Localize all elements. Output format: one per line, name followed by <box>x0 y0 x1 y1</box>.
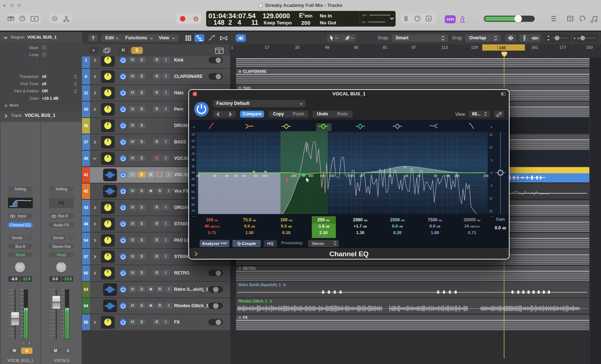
svg-text:15: 15 <box>489 209 493 213</box>
svg-text:50: 50 <box>234 174 238 178</box>
svg-text:4k: 4k <box>417 174 421 178</box>
svg-text:30: 30 <box>213 174 216 178</box>
svg-text:5: 5 <box>491 184 492 187</box>
svg-text:65: 65 <box>192 203 195 206</box>
svg-text:60: 60 <box>192 196 195 200</box>
svg-text:70: 70 <box>192 209 195 213</box>
svg-text:35: 35 <box>192 165 195 168</box>
svg-text:15: 15 <box>192 139 195 143</box>
svg-text:20: 20 <box>192 145 195 149</box>
svg-text:40: 40 <box>225 174 228 178</box>
svg-text:+: + <box>490 125 492 129</box>
svg-text:S: S <box>428 17 430 21</box>
svg-text:25: 25 <box>192 152 195 155</box>
svg-text:100: 100 <box>262 174 268 178</box>
svg-text:–: – <box>193 214 195 218</box>
svg-text:50: 50 <box>192 183 195 187</box>
svg-text:8k: 8k <box>446 174 449 178</box>
svg-text:45: 45 <box>192 177 195 181</box>
svg-text:60: 60 <box>242 174 245 178</box>
svg-text:200: 200 <box>291 174 296 178</box>
svg-text:6k: 6k <box>434 174 437 178</box>
svg-text:40: 40 <box>192 171 195 174</box>
svg-text:10k: 10k <box>454 174 460 178</box>
svg-text:800: 800 <box>349 174 354 178</box>
svg-text:0: 0 <box>491 171 492 175</box>
svg-text:10: 10 <box>489 146 493 149</box>
svg-text:500: 500 <box>329 174 335 178</box>
svg-text:400: 400 <box>320 174 325 178</box>
svg-text:15: 15 <box>489 133 493 136</box>
svg-text:80: 80 <box>254 174 258 178</box>
svg-text:55: 55 <box>192 190 195 194</box>
svg-text:300: 300 <box>308 174 314 178</box>
svg-text:30: 30 <box>192 158 195 162</box>
svg-text:10: 10 <box>489 197 493 200</box>
svg-text:+: + <box>193 125 195 129</box>
svg-text:3k: 3k <box>405 174 409 178</box>
svg-text:1k: 1k <box>359 174 363 178</box>
svg-text:5: 5 <box>491 158 492 162</box>
svg-text:20k: 20k <box>483 174 489 178</box>
svg-text:20: 20 <box>196 174 200 178</box>
svg-text:2k: 2k <box>388 174 392 178</box>
svg-text:10: 10 <box>192 132 195 136</box>
